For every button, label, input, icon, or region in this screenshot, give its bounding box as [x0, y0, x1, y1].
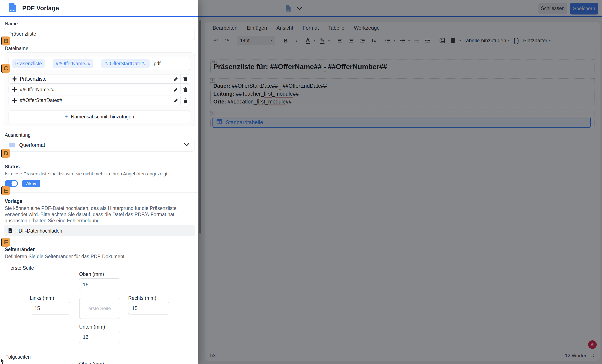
unten-input[interactable]	[79, 331, 120, 343]
annotation-badge-f: F	[1, 238, 10, 247]
seitenraender-description: Definieren Sie die Seitenränder für das …	[5, 254, 124, 260]
annotation-badge-d: D	[1, 149, 10, 158]
seitenraender-label: Seitenränder	[5, 247, 35, 252]
vorlage-label: Vorlage	[5, 198, 22, 204]
ausrichtung-label: Ausrichtung	[5, 132, 31, 138]
toggle-knob	[11, 181, 17, 186]
annotation-badge-b: B	[1, 36, 10, 45]
pdf-upload-icon: PDF	[8, 227, 12, 234]
plus-icon: +	[64, 114, 68, 120]
links-label: Links (mm)	[30, 295, 54, 301]
divider	[0, 158, 198, 158]
folgeseiten-oben-label: Oben (mm)	[79, 361, 104, 364]
oben-label: Oben (mm)	[79, 271, 104, 277]
filename-preview: Präsenzliste _ ##OfferName## _ ##OfferSt…	[9, 57, 190, 70]
annotation-badge-e: E	[1, 186, 10, 195]
pdf-template-icon: PDF	[8, 2, 17, 14]
filename-section-row[interactable]: ##OfferName##	[9, 85, 190, 94]
section-name: Präsenzliste	[20, 76, 171, 82]
status-label: Status	[5, 164, 20, 170]
pdf-vorlage-screen: PDF Schliessen Speichern Bearbeiten Einf…	[0, 0, 602, 364]
pdf-vorlage-drawer: PDF PDF Vorlage Name Dateiname Präsenzli…	[0, 0, 198, 364]
rechts-input[interactable]	[128, 302, 169, 314]
links-input[interactable]	[31, 302, 70, 314]
divider	[0, 241, 198, 241]
filename-section-row[interactable]: Präsenzliste	[9, 74, 190, 84]
annotation-badge-c: C	[1, 64, 10, 73]
delete-section-button[interactable]	[181, 75, 190, 83]
edit-section-button[interactable]	[171, 85, 181, 94]
drag-handle-icon[interactable]	[9, 76, 20, 82]
rechts-label: Rechts (mm)	[128, 295, 156, 301]
name-label: Name	[5, 21, 18, 27]
oben-input[interactable]	[79, 278, 120, 291]
orientation-select[interactable]: Querformat	[4, 139, 195, 151]
filename-extension: .pdf	[152, 61, 161, 66]
divider	[0, 193, 198, 193]
filename-section-row[interactable]: ##OfferStartDate##	[9, 96, 190, 105]
chevron-down-icon	[184, 143, 189, 147]
dateiname-label: Dateiname	[5, 46, 28, 51]
drawer-header: PDF PDF Vorlage	[0, 0, 198, 17]
page-preview-box: erste Seite	[79, 298, 120, 319]
name-input[interactable]	[4, 28, 195, 40]
section-name: ##OfferName##	[20, 87, 171, 93]
add-name-section-button[interactable]: + Namensabschnitt hinzufügen	[9, 110, 190, 123]
drag-handle-icon[interactable]	[9, 97, 20, 103]
svg-text:PDF: PDF	[10, 9, 14, 12]
folgeseiten-label: Folgeseiten	[5, 354, 31, 360]
status-description: Ist diese Präsenzliste inaktiv, wird sie…	[5, 171, 169, 177]
landscape-icon	[9, 143, 15, 148]
edit-section-button[interactable]	[171, 75, 181, 83]
filename-chip: Präsenzliste	[12, 59, 45, 68]
status-toggle[interactable]	[5, 180, 18, 187]
filename-chip: ##OfferStartDate##	[101, 59, 150, 68]
filename-separator: _	[47, 61, 50, 66]
erste-seite-label: erste Seite	[11, 265, 34, 271]
svg-text:PDF: PDF	[9, 231, 11, 232]
filename-chip: ##OfferName##	[53, 59, 93, 68]
unten-label: Unten (mm)	[79, 324, 105, 330]
filename-separator: _	[96, 61, 99, 66]
drag-handle-icon[interactable]	[9, 87, 20, 92]
drawer-title: PDF Vorlage	[22, 5, 59, 12]
edit-section-button[interactable]	[171, 96, 181, 105]
vorlage-description: Sie können eine PDF-Datei hochladen, das…	[5, 205, 193, 224]
upload-pdf-button[interactable]: PDF PDF-Datei hochladen	[4, 225, 195, 236]
delete-section-button[interactable]	[181, 96, 190, 105]
aktiv-badge[interactable]: Aktiv	[22, 180, 40, 187]
section-name: ##OfferStartDate##	[20, 97, 171, 103]
mouse-cursor	[0, 358, 5, 364]
delete-section-button[interactable]	[181, 85, 190, 94]
